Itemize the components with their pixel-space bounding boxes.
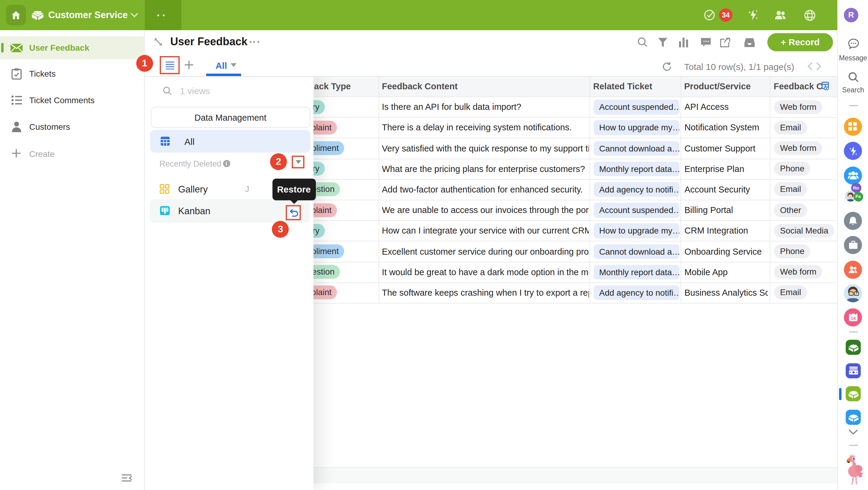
svg-text:14: 14 <box>850 316 856 321</box>
